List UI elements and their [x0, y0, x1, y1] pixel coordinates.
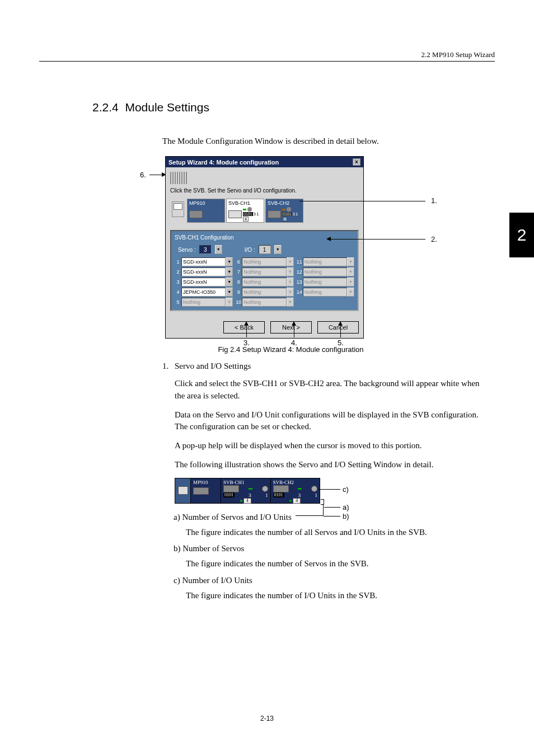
slot-num: 1 [175, 259, 181, 265]
callout-4-line [294, 324, 294, 337]
section-title: 2.2.4 Module Settings [92, 101, 489, 114]
io-badge: 0101 [273, 492, 284, 497]
slot-input-6: Nothing [242, 257, 286, 266]
module-ch2-label: SVB-CH2 [268, 200, 301, 206]
callout-2: 2. [431, 235, 437, 243]
intro-paragraph: The Module Configuration Window is descr… [162, 137, 489, 146]
module-mp910[interactable]: MP910 [187, 199, 225, 223]
callout-3-arrow [244, 321, 249, 326]
slot-grid: 1SGD-xxxN▼ 6Nothing▼ 11Nothing▼ 2SGD-xxx… [175, 257, 354, 307]
svb-ch2-label: SVB-CH2 [273, 480, 318, 485]
bracket-a [321, 499, 324, 505]
knob-icon [262, 486, 268, 492]
dropdown-icon[interactable]: ▼ [226, 278, 233, 287]
callout-5-arrow [338, 321, 343, 326]
dropdown-icon[interactable]: ▼ [226, 267, 233, 276]
callout-3: 3. [243, 339, 250, 347]
disk-icon [189, 210, 203, 218]
io-label: I/O : [245, 247, 255, 253]
slot-input-5: Nothing [181, 298, 226, 307]
dot-icon [289, 500, 292, 502]
sub-a-head: a) Number of Servos and I/O Units [174, 513, 489, 522]
svb-n3: 3 [249, 492, 251, 498]
slot-input-13: Nothing [303, 278, 347, 287]
list-number-1: 1. [162, 361, 168, 371]
callout-1-line [299, 201, 425, 201]
slot-num: 7 [235, 269, 242, 275]
slot-num: 8 [235, 279, 242, 285]
disk-icon [193, 487, 209, 495]
knob-icon [311, 486, 317, 492]
dropdown-icon: ▼ [347, 257, 354, 266]
led-green-icon [249, 488, 252, 490]
slot-num: 3 [175, 279, 181, 285]
dot-icon [240, 500, 242, 502]
dropdown-icon: ▼ [287, 288, 294, 297]
slot-input-3[interactable]: SGD-xxxN [181, 278, 226, 287]
dropdown-icon[interactable]: ▼ [226, 288, 233, 297]
callout-3-line [246, 324, 247, 337]
slot-num: 6 [235, 259, 242, 265]
svb-n4: 4 [243, 498, 251, 504]
io-value: 1 [259, 245, 271, 254]
section-heading: Module Settings [125, 101, 209, 114]
callout-c: c) [343, 485, 349, 494]
bracket-b [296, 505, 324, 516]
ch2-n1: 1 [296, 212, 298, 217]
next-button[interactable]: Next > [270, 321, 312, 334]
line-b [324, 516, 340, 516]
ch1-n4: 4 [243, 217, 249, 222]
callout-4-arrow [292, 321, 296, 326]
servo-dropdown[interactable]: ▼ [215, 245, 222, 254]
dropdown-icon: ▼ [287, 257, 294, 266]
io-badge: 0101 [223, 492, 235, 497]
led-green-icon [298, 488, 302, 490]
line-c [318, 489, 340, 490]
dialog-title: Setup Wizard 4: Module configuration [168, 159, 279, 166]
led-green-icon [243, 209, 246, 210]
disk-icon [273, 485, 289, 492]
ch1-n1: 1 [256, 212, 259, 217]
slot-num: 12 [296, 269, 303, 275]
pc-icon [172, 201, 184, 217]
svb2-n1: 1 [315, 492, 318, 498]
dropdown-icon[interactable]: ▼ [226, 257, 233, 266]
dropdown-icon: ▼ [226, 298, 233, 307]
slot-input-10: Nothing [242, 298, 286, 307]
slot-num: 5 [175, 299, 181, 305]
sub-c-head: c) Number of I/O Units [174, 576, 489, 585]
dropdown-icon: ▼ [287, 267, 294, 276]
svb-n1: 1 [265, 492, 268, 498]
setup-wizard-dialog: Setup Wizard 4: Module configuration × C… [165, 156, 364, 339]
slot-num: 9 [235, 289, 242, 295]
callout-2-line [330, 239, 425, 240]
slot-input-1[interactable]: SGD-xxxN [181, 257, 226, 266]
svb2-n3: 3 [298, 492, 301, 498]
callout-6: 6. [140, 171, 146, 179]
module-svb-ch1[interactable]: SVB-CH1 0101 3 [226, 199, 264, 223]
close-icon[interactable]: × [353, 158, 360, 166]
dialog-titlebar: Setup Wizard 4: Module configuration × [166, 157, 363, 167]
slot-input-4[interactable]: JEPMC-IO350 [181, 288, 226, 297]
svb-mp910-label: MP910 [193, 480, 218, 485]
module-ch1-label: SVB-CH1 [228, 200, 262, 206]
sub-b-head: b) Number of Servos [174, 544, 489, 553]
dropdown-icon: ▼ [287, 298, 294, 307]
servo-label: Servo : [178, 247, 196, 253]
callout-a: a) [343, 503, 349, 511]
slot-input-8: Nothing [242, 278, 286, 287]
slot-num: 10 [235, 299, 242, 305]
list-1-p3: A pop-up help will be displayed when the… [175, 440, 489, 452]
slot-input-9: Nothing [242, 288, 286, 297]
module-svb-ch2[interactable]: SVB-CH2 0101 3 [265, 199, 303, 223]
callout-1: 1. [431, 196, 437, 205]
page-number: 2-13 [0, 715, 534, 722]
svb-config-panel: SVB-CH1 Configuration Servo : 3 ▼ I/O : … [170, 230, 359, 311]
io-dropdown[interactable]: ▼ [274, 245, 282, 254]
slot-input-2[interactable]: SGD-xxxN [181, 267, 226, 276]
svb-module-bar: MP910 SVB-CH1 [175, 478, 320, 504]
sub-a-body: The figure indicates the number of all S… [186, 527, 489, 539]
figure-module-config: 6. Setup Wizard 4: Module configuration … [143, 156, 489, 339]
slot-input-12: Nothing [303, 267, 347, 276]
knob-icon [287, 207, 291, 212]
